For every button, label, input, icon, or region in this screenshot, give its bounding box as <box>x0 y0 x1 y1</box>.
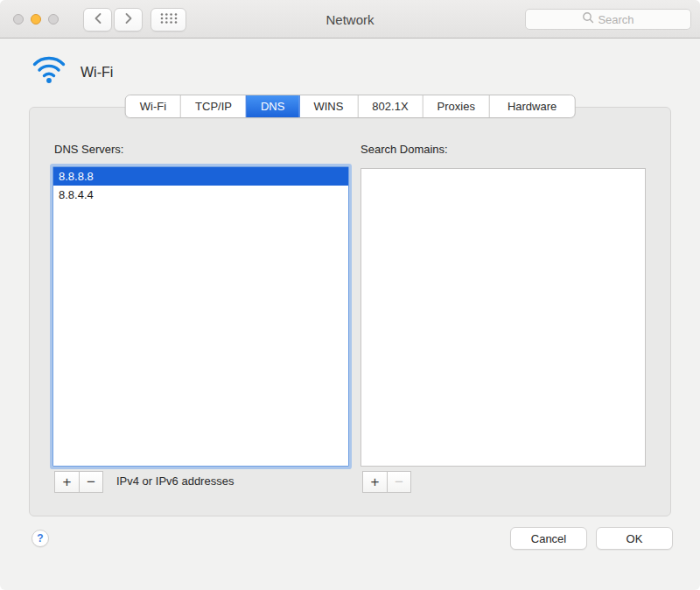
dns-server-row[interactable]: 8.8.4.4 <box>53 186 348 204</box>
connection-name: Wi-Fi <box>80 65 113 81</box>
search-icon <box>582 11 594 27</box>
show-all-button[interactable] <box>150 8 186 32</box>
back-button[interactable] <box>83 8 112 32</box>
search-domains-list[interactable] <box>360 168 646 467</box>
forward-button[interactable] <box>114 8 143 32</box>
search-domains-add-remove-group: + − <box>362 471 411 493</box>
tab-dns[interactable]: DNS <box>246 95 298 117</box>
tab-wifi[interactable]: Wi-Fi <box>126 95 180 117</box>
tab-tcpip[interactable]: TCP/IP <box>180 95 246 117</box>
search-domains-label: Search Domains: <box>360 143 448 156</box>
tab-wins[interactable]: WINS <box>298 95 357 117</box>
chevron-right-icon <box>123 11 134 29</box>
zoom-button[interactable] <box>48 14 59 25</box>
tab-hardware[interactable]: Hardware <box>489 95 574 117</box>
search-domains-add-button[interactable]: + <box>363 472 387 492</box>
tab-bar: Wi-Fi TCP/IP DNS WINS 802.1X Proxies Har… <box>125 95 576 118</box>
search-domains-remove-button[interactable]: − <box>387 472 410 492</box>
dns-server-row[interactable]: 8.8.8.8 <box>53 167 348 186</box>
grid-icon <box>159 12 178 28</box>
ok-button[interactable]: OK <box>596 527 673 550</box>
dns-remove-button[interactable]: − <box>79 472 102 492</box>
cancel-button[interactable]: Cancel <box>510 527 587 550</box>
dns-add-button[interactable]: + <box>55 472 79 492</box>
minimize-button[interactable] <box>31 14 41 25</box>
search-placeholder: Search <box>598 13 634 26</box>
titlebar: Network <box>0 0 700 39</box>
chevron-left-icon <box>93 11 103 29</box>
search-input[interactable]: Search <box>525 9 691 30</box>
wifi-icon <box>32 54 66 88</box>
dns-servers-label: DNS Servers: <box>54 143 123 156</box>
close-button[interactable] <box>13 14 24 25</box>
dns-servers-list[interactable]: 8.8.8.8 8.8.4.4 <box>52 166 349 467</box>
network-preferences-window: Network <box>0 0 700 590</box>
help-button[interactable]: ? <box>32 530 49 547</box>
tab-proxies[interactable]: Proxies <box>423 95 489 117</box>
tab-8021x[interactable]: 802.1X <box>357 95 422 117</box>
dns-hint-text: IPv4 or IPv6 addresses <box>116 474 234 488</box>
dns-add-remove-group: + − <box>54 471 103 493</box>
